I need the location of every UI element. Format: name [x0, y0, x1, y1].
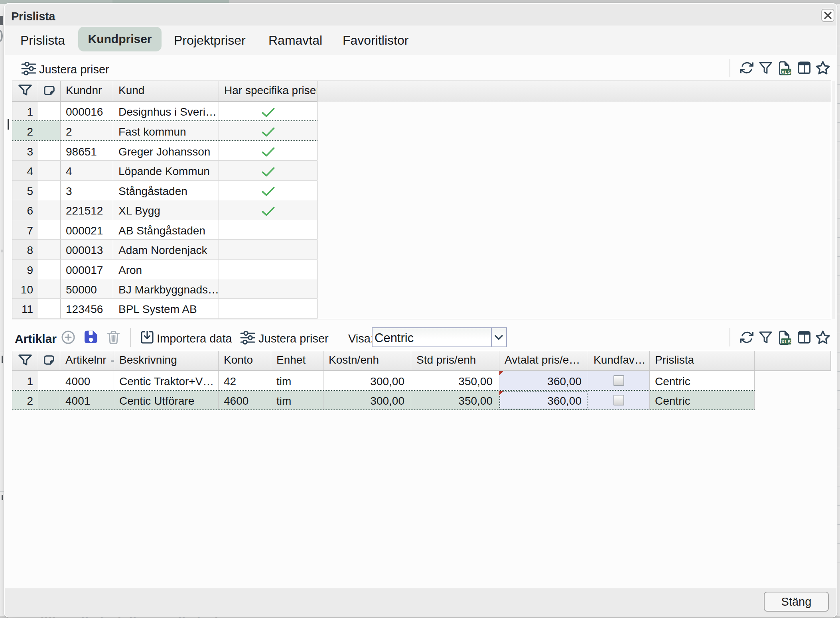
svg-text:XLS: XLS — [781, 70, 791, 75]
svg-text:XLS: XLS — [781, 339, 791, 344]
